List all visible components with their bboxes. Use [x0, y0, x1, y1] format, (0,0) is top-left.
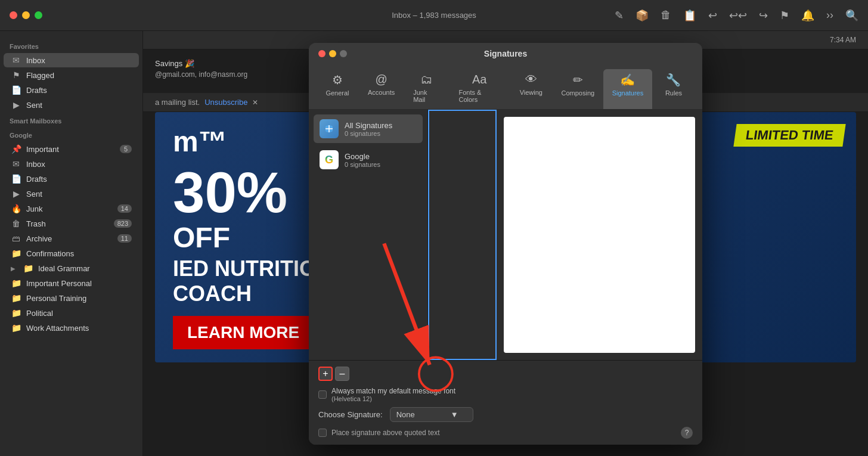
modal-close-button[interactable] — [318, 50, 326, 57]
tab-signatures-label: Signatures — [612, 89, 644, 97]
sidebar-item-personal-training[interactable]: 📁 Personal Training — [4, 291, 139, 305]
general-icon: ⚙ — [332, 73, 343, 87]
accounts-icon: @ — [375, 73, 387, 86]
delete-icon[interactable]: 🗑 — [661, 9, 671, 21]
sidebar-item-junk[interactable]: 🔥 Junk 14 — [4, 201, 139, 216]
dropdown-arrow-icon: ▼ — [451, 410, 458, 419]
flag-icon[interactable]: ⚑ — [780, 9, 789, 22]
notify-icon[interactable]: 🔔 — [801, 9, 814, 22]
junk-badge: 14 — [117, 204, 132, 213]
add-signature-button[interactable]: + — [318, 367, 333, 381]
google-account-info: Google 0 signatures — [345, 152, 380, 168]
google-label: Google — [0, 127, 142, 141]
rules-icon: 🔧 — [666, 73, 681, 87]
sidebar-item-trash[interactable]: 🗑 Trash 823 — [4, 216, 139, 231]
choose-sig-row: Choose Signature: None ▼ — [318, 407, 693, 422]
sidebar-item-flagged[interactable]: ⚑ Flagged — [4, 68, 139, 82]
maximize-button[interactable] — [35, 11, 42, 19]
choose-sig-label: Choose Signature: — [318, 410, 383, 419]
trash-badge: 823 — [114, 219, 132, 228]
tab-junk-mail[interactable]: 🗂 Junk Mail — [404, 69, 449, 109]
sig-google-account[interactable]: G Google 0 signatures — [314, 145, 423, 174]
tab-accounts[interactable]: @ Accounts — [359, 69, 404, 109]
forward-icon[interactable]: ↪ — [759, 9, 768, 22]
flag-icon: ⚑ — [11, 70, 21, 80]
tab-rules-label: Rules — [665, 89, 682, 97]
inbox-icon: ✉ — [11, 55, 21, 65]
close-button[interactable] — [10, 11, 17, 19]
tab-general[interactable]: ⚙ General — [316, 69, 359, 109]
sidebar-item-important-personal[interactable]: 📁 Important Personal — [4, 276, 139, 290]
modal-window: Signatures ⚙ General @ Accounts 🗂 Junk M… — [309, 43, 702, 445]
remove-signature-button[interactable]: – — [335, 367, 349, 381]
help-button[interactable]: ? — [681, 427, 693, 439]
viewing-icon: 👁 — [525, 73, 537, 86]
draft-icon: 📄 — [11, 85, 21, 95]
sidebar-item-drafts-fav[interactable]: 📄 Drafts — [4, 83, 139, 97]
political-icon: 📁 — [11, 308, 21, 318]
signatures-modal: Signatures ⚙ General @ Accounts 🗂 Junk M… — [143, 31, 868, 456]
more-icon[interactable]: ›› — [826, 9, 833, 21]
modal-minimize-button[interactable] — [329, 50, 336, 57]
ideal-grammar-icon: 📁 — [23, 263, 33, 273]
sidebar-item-sent-fav[interactable]: ▶ Sent — [4, 98, 139, 112]
sidebar-item-political[interactable]: 📁 Political — [4, 306, 139, 320]
sidebar-item-inbox-fav[interactable]: ✉ Inbox — [4, 53, 139, 67]
modal-titlebar: Signatures — [309, 43, 702, 64]
sig-all-signatures[interactable]: All Signatures 0 signatures — [314, 114, 423, 143]
place-sig-row: Place signature above quoted text ? — [318, 427, 693, 439]
modal-title: Signatures — [484, 49, 527, 58]
signatures-middle-panel — [428, 110, 497, 360]
tab-rules[interactable]: 🔧 Rules — [652, 69, 695, 109]
title-bar: Inbox – 1,983 messages ✎ 📦 🗑 📋 ↩ ↩↩ ↪ ⚑ … — [0, 0, 868, 31]
composing-icon: ✏ — [573, 73, 583, 87]
all-signatures-name: All Signatures — [345, 121, 392, 130]
sidebar-item-ideal-grammar[interactable]: ▶ 📁 Ideal Grammar — [4, 261, 139, 275]
smart-mailboxes-label: Smart Mailboxes — [0, 113, 142, 127]
tab-signatures[interactable]: ✍ Signatures — [603, 69, 652, 109]
search-icon[interactable]: 🔍 — [845, 9, 858, 22]
sidebar-item-drafts-google[interactable]: 📄 Drafts — [4, 172, 139, 186]
expand-icon: ▶ — [11, 265, 16, 272]
sent-icon: ▶ — [11, 100, 21, 110]
tab-fonts-colors[interactable]: Aa Fonts & Colors — [449, 69, 509, 109]
window-title: Inbox – 1,983 messages — [392, 11, 476, 20]
sidebar-item-archive[interactable]: 🗃 Archive 11 — [4, 231, 139, 246]
google-account-count: 0 signatures — [345, 161, 380, 168]
reply-all-icon[interactable]: ↩↩ — [729, 9, 747, 22]
all-signatures-icon — [320, 119, 339, 138]
sidebar: Favorites ✉ Inbox ⚑ Flagged 📄 Drafts ▶ S… — [0, 31, 143, 456]
compose-icon[interactable]: ✎ — [615, 9, 624, 22]
tab-general-label: General — [326, 89, 349, 97]
tab-composing[interactable]: ✏ Composing — [553, 69, 603, 109]
drafts-icon: 📄 — [11, 174, 21, 184]
sidebar-item-sent-google[interactable]: ▶ Sent — [4, 187, 139, 201]
sidebar-item-confirmations[interactable]: 📁 Confirmations — [4, 246, 139, 260]
main-layout: Favorites ✉ Inbox ⚑ Flagged 📄 Drafts ▶ S… — [0, 31, 868, 456]
sidebar-item-inbox-google[interactable]: ✉ Inbox — [4, 157, 139, 171]
archive-badge: 11 — [117, 234, 132, 243]
sent-google-icon: ▶ — [11, 189, 21, 198]
content-area: 7:34 AM Savings 🎉 @gmail.com, info@nasm.… — [143, 31, 868, 456]
tab-viewing[interactable]: 👁 Viewing — [510, 69, 553, 109]
favorites-label: Favorites — [0, 38, 142, 52]
font-match-checkbox[interactable] — [318, 390, 327, 399]
archive-icon[interactable]: 📦 — [636, 9, 649, 22]
move-icon[interactable]: 📋 — [683, 9, 696, 22]
modal-tabs: ⚙ General @ Accounts 🗂 Junk Mail Aa Font… — [309, 64, 702, 110]
tab-composing-label: Composing — [562, 89, 595, 97]
important-icon: 📌 — [11, 144, 21, 154]
font-match-labels: Always match my default message font (He… — [331, 387, 455, 402]
trash-icon: 🗑 — [11, 219, 21, 228]
sidebar-item-work-attachments[interactable]: 📁 Work Attachments — [4, 321, 139, 335]
modal-zoom-button[interactable] — [340, 50, 347, 57]
font-match-label: Always match my default message font — [331, 387, 455, 395]
font-sub-label: (Helvetica 12) — [331, 395, 455, 402]
place-sig-checkbox[interactable] — [318, 429, 327, 437]
choose-sig-dropdown[interactable]: None ▼ — [390, 407, 473, 422]
traffic-lights — [10, 11, 42, 19]
sidebar-item-important[interactable]: 📌 Important 5 — [4, 142, 139, 156]
personal-training-icon: 📁 — [11, 293, 21, 303]
minimize-button[interactable] — [22, 11, 30, 19]
reply-icon[interactable]: ↩ — [708, 9, 717, 22]
